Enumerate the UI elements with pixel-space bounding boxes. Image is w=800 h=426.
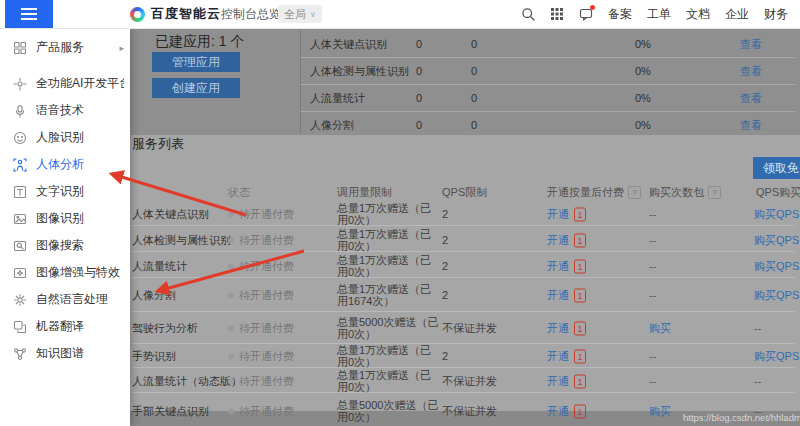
menu-toggle-button[interactable] [5, 0, 53, 28]
translate-icon [13, 320, 27, 334]
promo-badge: 1 [574, 350, 586, 364]
service-status: 待开通付费 [228, 207, 294, 222]
apps-grid-icon[interactable] [550, 7, 564, 21]
column-qps-limit: QPS限制 [442, 185, 487, 200]
activate-link[interactable]: 开通 [547, 322, 569, 334]
sidebar-item-products[interactable]: 产品服务▸ [0, 34, 130, 61]
claim-free-resources-button[interactable]: 领取免费资源 [753, 157, 800, 179]
stat-service-name: 人体检测与属性识别 [310, 63, 409, 78]
create-app-button[interactable]: 创建应用 [152, 78, 240, 98]
stat-call-count: 0 [416, 65, 422, 77]
service-status: 待开通付费 [228, 404, 294, 419]
nav-link[interactable]: 企业 [725, 6, 749, 23]
row-divider [132, 225, 795, 226]
activate-link[interactable]: 开通 [547, 234, 569, 246]
service-status: 待开通付费 [228, 288, 294, 303]
promo-badge: 1 [574, 405, 586, 419]
postpaid-cell: 开通1 [547, 207, 586, 222]
nav-link[interactable]: 文档 [686, 6, 710, 23]
sidebar-item-label: 知识图谱 [36, 345, 84, 362]
stat-service-name: 人像分割 [310, 117, 354, 132]
sidebar-item-bml[interactable]: 全功能AI开发平台 BML [0, 70, 130, 97]
qps-limit: 2 [442, 208, 448, 220]
status-dot-icon [228, 238, 234, 244]
service-name: 人体关键点识别 [132, 207, 209, 222]
sidebar-item-face-recognition[interactable]: 人脸识别 [0, 124, 130, 151]
buy-qps-link[interactable]: 购买QPS ｜ [754, 349, 800, 364]
console-overview-title: 控制台总览 [221, 0, 281, 28]
nav-link[interactable]: 备案 [608, 6, 632, 23]
stat-fail-rate: 0% [635, 119, 651, 131]
promo-badge: 1 [574, 322, 586, 336]
buy-package-link[interactable]: 购买 [649, 404, 671, 419]
activate-link[interactable]: 开通 [547, 405, 569, 417]
sidebar-item-image-recognition[interactable]: 图像识别 [0, 205, 130, 232]
overview-stat-row: 人体关键点识别000%查看 [300, 30, 795, 58]
view-link[interactable]: 查看 [740, 36, 762, 51]
column-quota: 调用量限制 [337, 185, 392, 200]
chevron-right-icon: ▸ [119, 43, 124, 53]
buy-qps-link[interactable]: 购买QPS ｜ [754, 207, 800, 222]
view-link[interactable]: 查看 [740, 117, 762, 132]
manage-app-button[interactable]: 管理应用 [152, 52, 240, 72]
brand-name: 百度智能云 [151, 5, 221, 23]
sidebar-item-image-search[interactable]: 图像搜索 [0, 232, 130, 259]
nav-link[interactable]: 工单 [647, 6, 671, 23]
sidebar-item-nlp[interactable]: 自然语言处理 [0, 286, 130, 313]
service-status: 待开通付费 [228, 349, 294, 364]
quota-limit: 总量5000次赠送（已用0次） [337, 317, 441, 340]
postpaid-cell: 开通1 [547, 233, 586, 248]
search-icon[interactable] [521, 7, 535, 21]
activate-link[interactable]: 开通 [547, 208, 569, 220]
service-status: 待开通付费 [228, 233, 294, 248]
help-icon[interactable]: ? [628, 186, 641, 199]
sidebar-item-label: 全功能AI开发平台 BML [36, 75, 124, 92]
buy-qps-link[interactable]: 购买QPS ｜ [754, 233, 800, 248]
quota-limit: 总量1万次赠送（已用0次） [337, 370, 441, 393]
qps-limit: 2 [442, 234, 448, 246]
brand-logo[interactable]: 百度智能云 [130, 0, 221, 28]
service-name: 手势识别 [132, 349, 176, 364]
stat-fail-count: 0 [471, 65, 477, 77]
overview-stat-row: 人像分割000%查看 [300, 111, 795, 138]
sidebar-item-body-analysis[interactable]: 人体分析 [0, 151, 130, 178]
activate-link[interactable]: 开通 [547, 375, 569, 387]
qps-limit: 2 [442, 289, 448, 301]
promo-badge: 1 [574, 208, 586, 222]
sidebar-item-knowledge-graph[interactable]: 知识图谱 [0, 340, 130, 367]
column-postpaid: 开通按量后付费? [547, 185, 641, 200]
help-icon[interactable]: ? [708, 186, 721, 199]
activate-link[interactable]: 开通 [547, 260, 569, 272]
status-dot-icon [228, 379, 234, 385]
region-selector[interactable]: 全局 ∨ [278, 5, 322, 23]
face-icon [13, 131, 27, 145]
mic-icon [13, 104, 27, 118]
qps-buy-empty: -- [754, 322, 761, 334]
row-divider [132, 311, 795, 312]
baidu-cloud-console-screenshot: 百度智能云 控制台总览 全局 ∨ 备案 工单 文档 企业 财务 产品服务▸全功能… [0, 0, 800, 426]
buy-qps-link[interactable]: 购买QPS ｜ [754, 259, 800, 274]
sidebar-item-label: 语音技术 [36, 102, 84, 119]
activate-link[interactable]: 开通 [547, 289, 569, 301]
stat-fail-count: 0 [471, 92, 477, 104]
nav-link[interactable]: 财务 [764, 6, 788, 23]
view-link[interactable]: 查看 [740, 90, 762, 105]
view-link[interactable]: 查看 [740, 63, 762, 78]
magic-icon [13, 266, 27, 280]
service-status: 待开通付费 [228, 321, 294, 336]
qps-limit: 2 [442, 260, 448, 272]
buy-package-link[interactable]: 购买 [649, 321, 671, 336]
sidebar-item-translation[interactable]: 机器翻译 [0, 313, 130, 340]
image-icon [13, 212, 27, 226]
messages-icon[interactable] [579, 7, 593, 21]
sidebar-item-ocr[interactable]: 文字识别 [0, 178, 130, 205]
sidebar-item-image-effects[interactable]: 图像增强与特效 [0, 259, 130, 286]
status-dot-icon [228, 264, 234, 270]
activate-link[interactable]: 开通 [547, 350, 569, 362]
service-status: 待开通付费 [228, 374, 294, 389]
buy-qps-link[interactable]: 购买QPS ｜ [754, 288, 800, 303]
body-icon [13, 158, 27, 172]
sidebar-item-speech[interactable]: 语音技术 [0, 97, 130, 124]
stat-fail-rate: 0% [635, 38, 651, 50]
text-icon [13, 185, 27, 199]
